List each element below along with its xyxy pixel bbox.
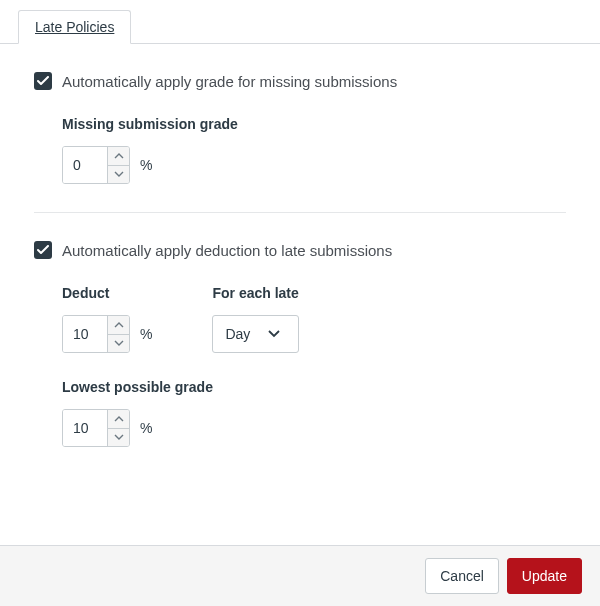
deduct-field: Deduct [62,285,152,353]
missing-grade-stepper [62,146,130,184]
lowest-grade-input[interactable] [63,410,107,446]
deduct-spinners [107,316,129,352]
cancel-button[interactable]: Cancel [425,558,499,594]
late-policies-settings: Late Policies Automatically apply grade … [0,0,600,606]
interval-value: Day [225,326,250,342]
chevron-down-icon [114,434,124,440]
missing-checkbox-label: Automatically apply grade for missing su… [62,73,397,90]
missing-grade-row: % [62,146,566,184]
deduct-decrement[interactable] [108,335,129,353]
lowest-grade-suffix: % [140,420,152,436]
deduct-stepper [62,315,130,353]
missing-checkbox-row: Automatically apply grade for missing su… [34,72,566,90]
lowest-grade-stepper [62,409,130,447]
deduct-input[interactable] [63,316,107,352]
late-checkbox-label: Automatically apply deduction to late su… [62,242,392,259]
late-sub: Deduct [34,259,566,447]
chevron-down-icon [268,330,280,338]
deduct-suffix: % [140,326,152,342]
interval-select[interactable]: Day [212,315,298,353]
lowest-grade-decrement[interactable] [108,429,129,447]
missing-submission-block: Automatically apply grade for missing su… [34,44,566,213]
chevron-up-icon [114,322,124,328]
interval-field: For each late Day [212,285,298,353]
lowest-grade-label: Lowest possible grade [62,379,566,395]
late-submission-checkbox[interactable] [34,241,52,259]
lowest-grade-spinners [107,410,129,446]
late-submission-block: Automatically apply deduction to late su… [34,213,566,475]
lowest-grade-increment[interactable] [108,410,129,429]
missing-grade-decrement[interactable] [108,166,129,184]
missing-grade-suffix: % [140,157,152,173]
late-top-row: Deduct [62,285,566,353]
missing-submission-checkbox[interactable] [34,72,52,90]
late-checkbox-row: Automatically apply deduction to late su… [34,241,566,259]
chevron-up-icon [114,153,124,159]
panel: Automatically apply grade for missing su… [0,44,600,475]
lowest-grade-row: % [62,409,566,447]
deduct-row: % [62,315,152,353]
footer: Cancel Update [0,545,600,606]
tabs: Late Policies [0,0,600,44]
tab-late-policies[interactable]: Late Policies [18,10,131,44]
deduct-increment[interactable] [108,316,129,335]
missing-grade-spinners [107,147,129,183]
missing-grade-input[interactable] [63,147,107,183]
interval-label: For each late [212,285,298,301]
chevron-down-icon [114,340,124,346]
missing-grade-increment[interactable] [108,147,129,166]
missing-sub: Missing submission grade [34,90,566,184]
deduct-label: Deduct [62,285,152,301]
checkmark-icon [37,76,49,86]
update-button[interactable]: Update [507,558,582,594]
chevron-down-icon [114,171,124,177]
checkmark-icon [37,245,49,255]
missing-grade-label: Missing submission grade [62,116,566,132]
lowest-grade-field: Lowest possible grade [62,379,566,447]
missing-grade-field: Missing submission grade [62,116,566,184]
chevron-up-icon [114,416,124,422]
